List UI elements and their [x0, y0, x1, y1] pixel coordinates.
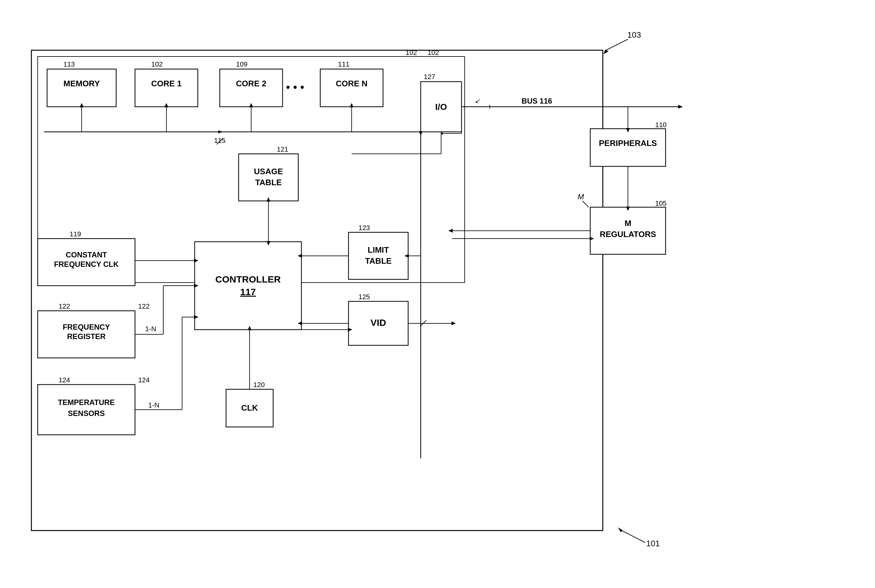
svg-marker-64 [80, 103, 84, 107]
svg-text:• • •: • • • [286, 81, 304, 93]
svg-text:VID: VID [371, 317, 386, 328]
svg-text:117: 117 [240, 286, 256, 297]
svg-text:CORE N: CORE N [336, 79, 367, 88]
svg-rect-1 [38, 57, 465, 282]
svg-text:TABLE: TABLE [365, 256, 392, 266]
svg-rect-5 [135, 69, 198, 107]
svg-rect-24 [590, 129, 666, 166]
svg-rect-12 [320, 69, 383, 107]
svg-text:CORE 2: CORE 2 [236, 79, 267, 88]
svg-marker-126 [603, 50, 608, 54]
svg-text:127: 127 [424, 73, 435, 81]
svg-rect-40 [348, 232, 408, 279]
svg-text:REGULATORS: REGULATORS [600, 230, 656, 239]
svg-text:123: 123 [359, 224, 370, 232]
svg-line-75 [217, 138, 223, 144]
svg-text:M: M [624, 219, 631, 228]
svg-text:CONTROLLER: CONTROLLER [215, 274, 281, 284]
svg-marker-83 [626, 128, 630, 132]
svg-rect-51 [38, 311, 135, 358]
svg-text:105: 105 [655, 200, 667, 207]
svg-marker-76 [218, 130, 223, 134]
svg-rect-2 [47, 69, 116, 107]
svg-text:119: 119 [70, 230, 81, 238]
svg-text:TABLE: TABLE [255, 178, 282, 187]
svg-marker-101 [194, 315, 198, 319]
svg-text:124: 124 [59, 376, 71, 384]
svg-text:REGISTER: REGISTER [67, 332, 106, 340]
svg-text:110: 110 [655, 121, 667, 129]
svg-text:102: 102 [428, 49, 439, 57]
svg-text:113: 113 [63, 60, 75, 68]
diagram-svg: MEMORY 113 CORE 1 102 CORE 2 109 • • • C… [19, 19, 854, 568]
svg-line-111 [420, 320, 426, 327]
svg-text:I/O: I/O [435, 102, 447, 112]
svg-rect-55 [38, 385, 135, 435]
svg-text:1-N: 1-N [145, 325, 156, 333]
svg-text:FREQUENCY: FREQUENCY [63, 323, 110, 331]
svg-marker-113 [452, 321, 456, 325]
svg-marker-81 [441, 132, 443, 135]
svg-marker-95 [194, 284, 198, 288]
svg-text:LIMIT: LIMIT [368, 245, 389, 255]
svg-text:USAGE: USAGE [254, 167, 283, 176]
svg-marker-129 [618, 527, 622, 532]
svg-text:M: M [578, 192, 584, 201]
svg-marker-121 [590, 237, 594, 240]
svg-marker-107 [298, 321, 302, 325]
svg-text:BUS 116: BUS 116 [521, 97, 552, 105]
svg-marker-68 [249, 103, 253, 107]
svg-marker-89 [267, 197, 270, 201]
svg-rect-59 [226, 389, 273, 427]
svg-text:CORE 1: CORE 1 [151, 79, 182, 88]
svg-marker-85 [626, 207, 630, 211]
svg-marker-109 [348, 328, 352, 332]
svg-rect-15 [421, 82, 462, 132]
svg-text:111: 111 [338, 60, 350, 68]
svg-text:↙: ↙ [475, 98, 480, 104]
svg-rect-8 [220, 69, 282, 107]
svg-text:1-N: 1-N [148, 401, 159, 409]
svg-text:109: 109 [236, 60, 248, 68]
svg-marker-72 [419, 131, 423, 136]
svg-text:102: 102 [406, 49, 417, 57]
svg-text:101: 101 [646, 539, 660, 548]
svg-text:TEMPERATURE: TEMPERATURE [58, 398, 115, 406]
svg-line-128 [621, 531, 645, 543]
svg-text:CLK: CLK [241, 403, 258, 412]
svg-rect-47 [38, 238, 135, 286]
svg-marker-123 [248, 326, 252, 330]
svg-text:MEMORY: MEMORY [63, 79, 100, 88]
svg-marker-116 [404, 254, 409, 258]
svg-rect-37 [195, 242, 302, 330]
svg-text:FREQUENCY CLK: FREQUENCY CLK [54, 260, 119, 268]
svg-text:120: 120 [254, 381, 265, 388]
svg-text:SENSORS: SENSORS [68, 409, 105, 417]
svg-text:124: 124 [138, 376, 150, 384]
svg-rect-33 [239, 154, 298, 201]
svg-marker-21 [678, 105, 683, 109]
svg-text:103: 103 [627, 30, 641, 39]
svg-text:115: 115 [214, 136, 226, 144]
svg-text:122: 122 [138, 302, 150, 310]
svg-marker-91 [194, 259, 198, 262]
svg-text:CONSTANT: CONSTANT [66, 250, 107, 259]
svg-marker-105 [298, 254, 302, 258]
svg-marker-70 [350, 103, 354, 107]
svg-text:102: 102 [151, 60, 163, 68]
svg-text:PERIPHERALS: PERIPHERALS [599, 138, 657, 148]
svg-marker-66 [165, 103, 168, 107]
svg-marker-88 [267, 241, 270, 246]
svg-text:125: 125 [359, 293, 370, 301]
svg-rect-0 [32, 50, 603, 531]
svg-text:121: 121 [277, 146, 288, 153]
svg-line-125 [606, 39, 628, 50]
diagram-container: MEMORY 113 CORE 1 102 CORE 2 109 • • • C… [19, 19, 854, 568]
svg-rect-44 [348, 302, 408, 345]
svg-line-32 [582, 201, 589, 207]
svg-text:122: 122 [59, 302, 71, 310]
svg-marker-119 [448, 229, 453, 232]
svg-rect-27 [590, 207, 666, 254]
